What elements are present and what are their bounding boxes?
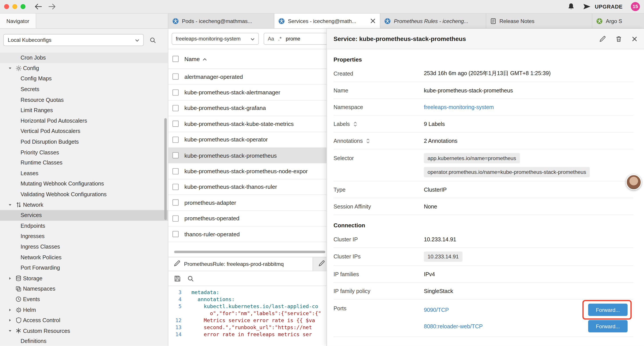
sidebar-item-network-policies[interactable]: Network Policies — [0, 252, 168, 263]
table-row-kube-prometheus-stack-prometheus[interactable]: kube-prometheus-stack-prometheus — [168, 148, 326, 163]
chevron-down-icon[interactable] — [0, 66, 14, 70]
row-checkbox[interactable] — [172, 152, 179, 158]
row-checkbox[interactable] — [172, 74, 179, 80]
table-row-alertmanager-operated[interactable]: alertmanager-operated — [168, 69, 326, 85]
table-row-kube-prometheus-stack-thanos-ruler[interactable]: kube-prometheus-stack-thanos-ruler — [168, 179, 326, 195]
port-link[interactable]: 8080:reloader-web/TCP — [424, 323, 483, 329]
table-row-thanos-ruler-operated[interactable]: thanos-ruler-operated — [168, 226, 326, 242]
row-checkbox[interactable] — [172, 168, 179, 174]
navigator-tab[interactable]: Navigator — [0, 13, 36, 28]
dock-tab-prometheusrule[interactable]: PrometheusRule: freeleaps-prod-rabbitmq — [168, 257, 313, 271]
table-row-kube-prometheus-stack-kube-state-metrics[interactable]: kube-prometheus-stack-kube-state-metrics — [168, 116, 326, 132]
row-checkbox[interactable] — [172, 231, 179, 237]
select-all-checkbox[interactable] — [172, 56, 179, 62]
tab-prometheus-rules-icecheng[interactable]: Prometheus Rules - icecheng... — [380, 13, 486, 28]
table-row-prometheus-adapter[interactable]: prometheus-adapter — [168, 195, 326, 211]
port-link[interactable]: 9090/TCP — [424, 307, 449, 313]
namespace-filter-select[interactable]: freeleaps-monitoring-system — [172, 33, 259, 45]
sidebar-item-mutating-webhook-configurations[interactable]: Mutating Webhook Configurations — [0, 178, 168, 189]
table-row-prometheus-operated[interactable]: prometheus-operated — [168, 211, 326, 226]
save-icon[interactable] — [174, 275, 180, 282]
sidebar-item-validating-webhook-configurations[interactable]: Validating Webhook Configurations — [0, 189, 168, 200]
sidebar-item-pod-disruption-budgets[interactable]: Pod Disruption Budgets — [0, 136, 168, 147]
sidebar-item-limit-ranges[interactable]: Limit Ranges — [0, 105, 168, 116]
tab-pods-icecheng-mathmas[interactable]: Pods - icecheng@mathmas... — [168, 13, 274, 28]
row-checkbox[interactable] — [172, 184, 179, 190]
close-tab-icon[interactable] — [370, 18, 376, 24]
edit-service-icon[interactable] — [599, 35, 606, 42]
upgrade-button[interactable]: UPGRADE — [583, 3, 622, 10]
search-input[interactable]: Aa .* prome — [264, 33, 326, 45]
row-checkbox[interactable] — [172, 121, 179, 127]
sidebar-item-ingress-classes[interactable]: Ingress Classes — [0, 242, 168, 252]
notification-count-badge[interactable]: 15 — [631, 2, 640, 11]
minimize-window-button[interactable] — [12, 4, 17, 9]
sidebar-item-custom-resources[interactable]: Custom Resources — [0, 326, 168, 336]
kubeconfig-selector[interactable]: Local Kubeconfigs — [3, 34, 144, 46]
name-column-header[interactable]: Name — [184, 56, 207, 62]
sidebar-item-storage[interactable]: Storage — [0, 273, 168, 284]
table-row-kube-prometheus-stack-prometheus-node-expor[interactable]: kube-prometheus-stack-prometheus-node-ex… — [168, 163, 326, 179]
editor-search-icon[interactable] — [187, 275, 194, 282]
dock-tab-partial[interactable] — [313, 257, 326, 271]
chevron-right-icon[interactable] — [0, 276, 14, 280]
tab-services-icecheng-math[interactable]: Services - icecheng@math... — [274, 13, 380, 28]
tab-argo-s[interactable]: Argo S — [592, 13, 644, 28]
sidebar-item-namespaces[interactable]: Namespaces — [0, 284, 168, 294]
forward-button[interactable]: Forward... — [588, 320, 628, 332]
sidebar-item-helm[interactable]: Helm — [0, 305, 168, 315]
regex-toggle[interactable]: .* — [278, 36, 282, 42]
sidebar-scrollbar[interactable] — [164, 118, 166, 220]
forward-button[interactable]: Forward... — [588, 304, 628, 316]
chevron-down-icon[interactable] — [0, 329, 14, 333]
sidebar-item-horizontal-pod-autoscalers[interactable]: Horizontal Pod Autoscalers — [0, 116, 168, 126]
delete-service-icon[interactable] — [616, 35, 622, 42]
sidebar-item-secrets[interactable]: Secrets — [0, 84, 168, 95]
yaml-editor[interactable]: 3metadata:4 annotations:5 kubectl.kubern… — [168, 286, 326, 346]
chevron-right-icon[interactable] — [0, 308, 14, 312]
namespace-link[interactable]: freeleaps-monitoring-system — [424, 104, 494, 110]
sidebar-item-config[interactable]: Config — [0, 63, 168, 74]
network-icon — [14, 202, 23, 208]
row-checkbox[interactable] — [172, 215, 179, 221]
close-drawer-icon[interactable] — [632, 36, 638, 42]
sidebar-item-port-forwarding[interactable]: Port Forwarding — [0, 263, 168, 273]
sidebar-item-access-control[interactable]: Access Control — [0, 315, 168, 326]
table-row-kube-prometheus-stack-alertmanager[interactable]: kube-prometheus-stack-alertmanager — [168, 85, 326, 100]
sidebar-item-label: Storage — [23, 275, 42, 281]
sidebar-item-leases[interactable]: Leases — [0, 168, 168, 178]
notifications-bell-icon[interactable] — [568, 3, 575, 10]
sidebar-item-events[interactable]: Events — [0, 294, 168, 305]
user-avatar[interactable] — [626, 174, 642, 190]
close-window-button[interactable] — [4, 4, 9, 9]
horizontal-scrollbar[interactable] — [174, 251, 325, 253]
expand-toggle-icon[interactable] — [366, 138, 370, 144]
chevron-right-icon[interactable] — [0, 319, 14, 322]
sidebar-item-runtime-classes[interactable]: Runtime Classes — [0, 157, 168, 168]
forward-icon[interactable] — [48, 4, 56, 9]
row-checkbox[interactable] — [172, 89, 179, 95]
row-checkbox[interactable] — [172, 200, 179, 206]
match-case-toggle[interactable]: Aa — [268, 36, 274, 42]
sidebar-search-icon[interactable] — [150, 37, 156, 43]
sidebar-item-ingresses[interactable]: Ingresses — [0, 231, 168, 242]
row-checkbox[interactable] — [172, 136, 179, 143]
chevron-down-icon[interactable] — [0, 203, 14, 207]
maximize-window-button[interactable] — [20, 4, 26, 9]
sidebar-item-priority-classes[interactable]: Priority Classes — [0, 147, 168, 157]
table-row-kube-prometheus-stack-operator[interactable]: kube-prometheus-stack-operator — [168, 132, 326, 148]
back-icon[interactable] — [34, 4, 42, 9]
sidebar-item-services[interactable]: Services — [0, 210, 168, 221]
sidebar-item-resource-quotas[interactable]: Resource Quotas — [0, 95, 168, 105]
sidebar-item-network[interactable]: Network — [0, 200, 168, 210]
sidebar-item-definitions[interactable]: Definitions — [0, 336, 168, 346]
row-checkbox[interactable] — [172, 105, 179, 111]
table-row-kube-prometheus-stack-grafana[interactable]: kube-prometheus-stack-grafana — [168, 100, 326, 116]
sidebar-item-vertical-pod-autoscalers[interactable]: Vertical Pod Autoscalers — [0, 126, 168, 137]
expand-toggle-icon[interactable] — [353, 121, 357, 127]
sidebar-item-endpoints[interactable]: Endpoints — [0, 221, 168, 231]
sidebar-item-label: Resource Quotas — [20, 97, 64, 103]
sidebar-item-config-maps[interactable]: Config Maps — [0, 74, 168, 84]
tab-release-notes[interactable]: Release Notes — [486, 13, 592, 28]
sidebar-item-cron-jobs[interactable]: Cron Jobs — [0, 52, 168, 63]
